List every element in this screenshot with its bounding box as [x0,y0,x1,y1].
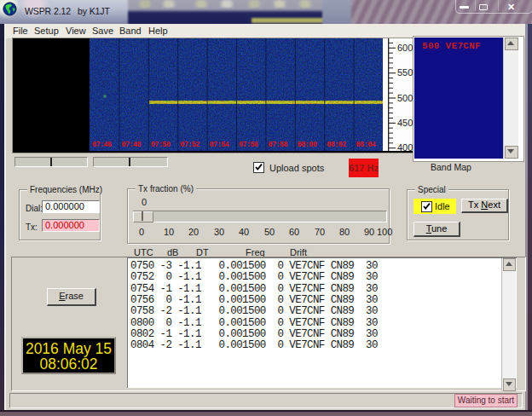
svg-text:07:52: 07:52 [180,141,200,149]
svg-text:07:46: 07:46 [92,141,112,149]
svg-text:450: 450 [397,118,413,128]
svg-text:07:54: 07:54 [210,141,229,149]
svg-text:07:58: 07:58 [268,141,287,149]
svg-text:07:56: 07:56 [239,141,258,149]
svg-text:07:50: 07:50 [151,141,171,149]
svg-text:08:02: 08:02 [327,141,346,149]
svg-text:08:04: 08:04 [356,141,376,149]
svg-text:08:00: 08:00 [298,141,317,149]
svg-text:550: 550 [397,67,413,78]
svg-text:600: 600 [397,43,413,53]
svg-text:07:48: 07:48 [121,141,141,149]
svg-text:400: 400 [397,142,413,151]
svg-text:500: 500 [397,93,413,103]
